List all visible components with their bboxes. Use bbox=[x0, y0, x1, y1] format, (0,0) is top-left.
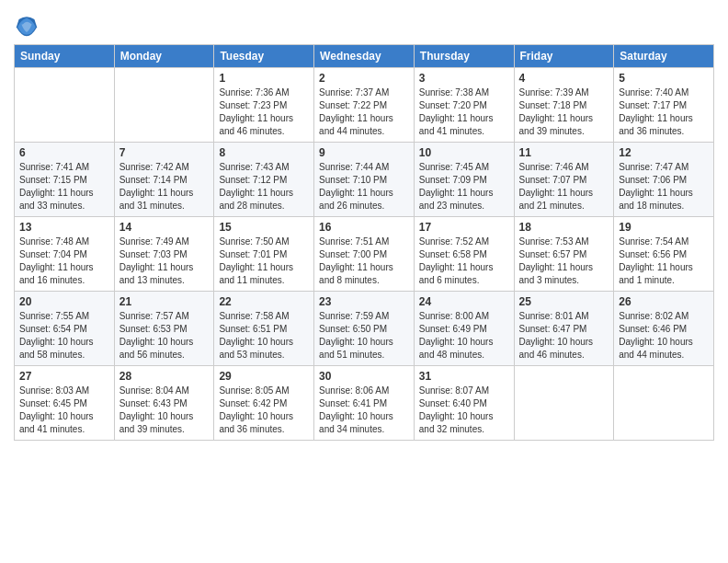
day-number: 6 bbox=[19, 146, 109, 159]
day-number: 27 bbox=[19, 370, 109, 383]
day-info: Sunrise: 8:06 AMSunset: 6:41 PMDaylight:… bbox=[319, 385, 409, 436]
day-number: 2 bbox=[319, 72, 409, 85]
day-cell bbox=[114, 68, 214, 143]
day-cell: 28Sunrise: 8:04 AMSunset: 6:43 PMDayligh… bbox=[114, 366, 214, 441]
day-cell: 17Sunrise: 7:52 AMSunset: 6:58 PMDayligh… bbox=[414, 217, 514, 292]
col-header-wednesday: Wednesday bbox=[314, 45, 415, 68]
day-number: 29 bbox=[219, 370, 309, 383]
day-number: 8 bbox=[219, 146, 309, 159]
day-info: Sunrise: 7:44 AMSunset: 7:10 PMDaylight:… bbox=[319, 161, 409, 213]
day-info: Sunrise: 7:53 AMSunset: 6:57 PMDaylight:… bbox=[519, 236, 609, 287]
day-number: 25 bbox=[519, 295, 609, 308]
col-header-monday: Monday bbox=[114, 45, 214, 68]
col-header-thursday: Thursday bbox=[414, 45, 514, 68]
logo-icon bbox=[14, 13, 40, 39]
day-number: 11 bbox=[519, 146, 609, 159]
day-cell: 14Sunrise: 7:49 AMSunset: 7:03 PMDayligh… bbox=[114, 217, 214, 292]
col-header-tuesday: Tuesday bbox=[214, 45, 314, 68]
day-cell: 24Sunrise: 8:00 AMSunset: 6:49 PMDayligh… bbox=[414, 292, 514, 366]
header-row: SundayMondayTuesdayWednesdayThursdayFrid… bbox=[15, 45, 714, 68]
day-cell: 23Sunrise: 7:59 AMSunset: 6:50 PMDayligh… bbox=[314, 292, 415, 366]
day-info: Sunrise: 8:04 AMSunset: 6:43 PMDaylight:… bbox=[119, 385, 210, 436]
day-cell bbox=[15, 68, 115, 143]
day-number: 26 bbox=[619, 295, 709, 308]
day-cell: 1Sunrise: 7:36 AMSunset: 7:23 PMDaylight… bbox=[214, 68, 314, 143]
day-info: Sunrise: 7:38 AMSunset: 7:20 PMDaylight:… bbox=[419, 86, 509, 138]
calendar-table: SundayMondayTuesdayWednesdayThursdayFrid… bbox=[14, 44, 714, 441]
day-cell: 5Sunrise: 7:40 AMSunset: 7:17 PMDaylight… bbox=[614, 68, 714, 143]
day-cell: 8Sunrise: 7:43 AMSunset: 7:12 PMDaylight… bbox=[214, 143, 314, 217]
day-info: Sunrise: 8:01 AMSunset: 6:47 PMDaylight:… bbox=[519, 310, 609, 362]
day-cell: 18Sunrise: 7:53 AMSunset: 6:57 PMDayligh… bbox=[514, 217, 614, 292]
day-number: 23 bbox=[319, 295, 409, 308]
day-number: 13 bbox=[19, 221, 109, 234]
day-number: 21 bbox=[119, 295, 210, 308]
day-number: 20 bbox=[19, 295, 109, 308]
day-info: Sunrise: 7:49 AMSunset: 7:03 PMDaylight:… bbox=[119, 236, 210, 287]
day-info: Sunrise: 7:59 AMSunset: 6:50 PMDaylight:… bbox=[319, 310, 409, 362]
day-info: Sunrise: 7:54 AMSunset: 6:56 PMDaylight:… bbox=[619, 236, 709, 287]
day-cell: 12Sunrise: 7:47 AMSunset: 7:06 PMDayligh… bbox=[614, 143, 714, 217]
day-number: 24 bbox=[419, 295, 509, 308]
day-info: Sunrise: 7:55 AMSunset: 6:54 PMDaylight:… bbox=[19, 310, 109, 362]
day-number: 15 bbox=[219, 221, 309, 234]
day-number: 1 bbox=[219, 72, 309, 85]
day-cell: 21Sunrise: 7:57 AMSunset: 6:53 PMDayligh… bbox=[114, 292, 214, 366]
day-info: Sunrise: 7:57 AMSunset: 6:53 PMDaylight:… bbox=[119, 310, 210, 362]
day-info: Sunrise: 7:43 AMSunset: 7:12 PMDaylight:… bbox=[219, 161, 309, 213]
day-info: Sunrise: 7:52 AMSunset: 6:58 PMDaylight:… bbox=[419, 236, 509, 287]
day-cell: 3Sunrise: 7:38 AMSunset: 7:20 PMDaylight… bbox=[414, 68, 514, 143]
day-info: Sunrise: 7:36 AMSunset: 7:23 PMDaylight:… bbox=[219, 86, 309, 138]
day-cell bbox=[514, 366, 614, 441]
day-info: Sunrise: 7:47 AMSunset: 7:06 PMDaylight:… bbox=[619, 161, 709, 213]
day-info: Sunrise: 7:42 AMSunset: 7:14 PMDaylight:… bbox=[119, 161, 210, 213]
week-row-3: 13Sunrise: 7:48 AMSunset: 7:04 PMDayligh… bbox=[15, 217, 714, 292]
day-cell: 4Sunrise: 7:39 AMSunset: 7:18 PMDaylight… bbox=[514, 68, 614, 143]
day-cell: 10Sunrise: 7:45 AMSunset: 7:09 PMDayligh… bbox=[414, 143, 514, 217]
day-info: Sunrise: 7:39 AMSunset: 7:18 PMDaylight:… bbox=[519, 86, 609, 138]
day-cell: 6Sunrise: 7:41 AMSunset: 7:15 PMDaylight… bbox=[15, 143, 115, 217]
day-number: 12 bbox=[619, 146, 709, 159]
day-number: 9 bbox=[319, 146, 409, 159]
day-info: Sunrise: 8:02 AMSunset: 6:46 PMDaylight:… bbox=[619, 310, 709, 362]
day-number: 10 bbox=[419, 146, 509, 159]
day-number: 19 bbox=[619, 221, 709, 234]
day-info: Sunrise: 7:58 AMSunset: 6:51 PMDaylight:… bbox=[219, 310, 309, 362]
day-cell bbox=[614, 366, 714, 441]
week-row-1: 1Sunrise: 7:36 AMSunset: 7:23 PMDaylight… bbox=[15, 68, 714, 143]
day-number: 30 bbox=[319, 370, 409, 383]
day-cell: 25Sunrise: 8:01 AMSunset: 6:47 PMDayligh… bbox=[514, 292, 614, 366]
week-row-4: 20Sunrise: 7:55 AMSunset: 6:54 PMDayligh… bbox=[15, 292, 714, 366]
day-cell: 29Sunrise: 8:05 AMSunset: 6:42 PMDayligh… bbox=[214, 366, 314, 441]
day-number: 22 bbox=[219, 295, 309, 308]
header bbox=[14, 9, 714, 39]
day-number: 14 bbox=[119, 221, 210, 234]
day-info: Sunrise: 7:48 AMSunset: 7:04 PMDaylight:… bbox=[19, 236, 109, 287]
day-number: 5 bbox=[619, 72, 709, 85]
page: SundayMondayTuesdayWednesdayThursdayFrid… bbox=[0, 0, 728, 450]
day-cell: 15Sunrise: 7:50 AMSunset: 7:01 PMDayligh… bbox=[214, 217, 314, 292]
day-cell: 19Sunrise: 7:54 AMSunset: 6:56 PMDayligh… bbox=[614, 217, 714, 292]
logo bbox=[14, 13, 43, 39]
day-info: Sunrise: 7:50 AMSunset: 7:01 PMDaylight:… bbox=[219, 236, 309, 287]
col-header-saturday: Saturday bbox=[614, 45, 714, 68]
day-cell: 9Sunrise: 7:44 AMSunset: 7:10 PMDaylight… bbox=[314, 143, 415, 217]
day-cell: 2Sunrise: 7:37 AMSunset: 7:22 PMDaylight… bbox=[314, 68, 415, 143]
col-header-friday: Friday bbox=[514, 45, 614, 68]
day-cell: 26Sunrise: 8:02 AMSunset: 6:46 PMDayligh… bbox=[614, 292, 714, 366]
day-cell: 7Sunrise: 7:42 AMSunset: 7:14 PMDaylight… bbox=[114, 143, 214, 217]
week-row-2: 6Sunrise: 7:41 AMSunset: 7:15 PMDaylight… bbox=[15, 143, 714, 217]
day-info: Sunrise: 8:00 AMSunset: 6:49 PMDaylight:… bbox=[419, 310, 509, 362]
day-info: Sunrise: 7:40 AMSunset: 7:17 PMDaylight:… bbox=[619, 86, 709, 138]
day-info: Sunrise: 8:03 AMSunset: 6:45 PMDaylight:… bbox=[19, 385, 109, 436]
day-cell: 22Sunrise: 7:58 AMSunset: 6:51 PMDayligh… bbox=[214, 292, 314, 366]
day-cell: 16Sunrise: 7:51 AMSunset: 7:00 PMDayligh… bbox=[314, 217, 415, 292]
day-info: Sunrise: 7:37 AMSunset: 7:22 PMDaylight:… bbox=[319, 86, 409, 138]
day-info: Sunrise: 8:05 AMSunset: 6:42 PMDaylight:… bbox=[219, 385, 309, 436]
day-number: 17 bbox=[419, 221, 509, 234]
day-number: 31 bbox=[419, 370, 509, 383]
day-number: 4 bbox=[519, 72, 609, 85]
day-cell: 27Sunrise: 8:03 AMSunset: 6:45 PMDayligh… bbox=[15, 366, 115, 441]
day-cell: 30Sunrise: 8:06 AMSunset: 6:41 PMDayligh… bbox=[314, 366, 415, 441]
day-cell: 31Sunrise: 8:07 AMSunset: 6:40 PMDayligh… bbox=[414, 366, 514, 441]
